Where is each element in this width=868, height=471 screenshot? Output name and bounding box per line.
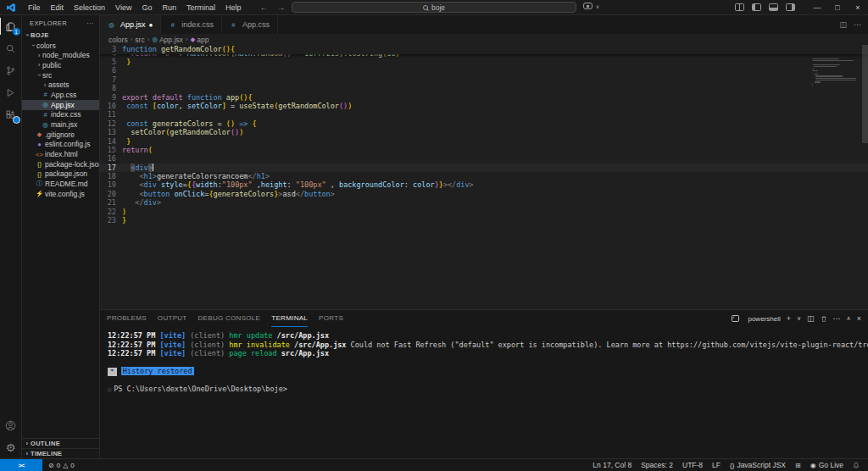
sticky-scroll-line[interactable]: 3function getRandomColor(){ [100,45,868,54]
menu-view[interactable]: View [110,0,136,14]
toggle-panel-icon[interactable] [769,3,778,11]
tab-index-css[interactable]: #index.css [161,15,222,34]
status-notifications[interactable] [853,462,860,469]
panel-tab-ports[interactable]: PORTS [319,310,343,327]
code-line-9[interactable]: 9export default function app(){ [100,93,868,102]
code-line-20[interactable]: 20 <button onClick={generateColors}>asd<… [100,190,868,198]
tree-item-package-lock-json[interactable]: {}package-lock.json [22,159,99,169]
source-control-icon[interactable] [0,59,22,81]
code-line-19[interactable]: 19 <div style={{width:"100px" ,height: "… [100,180,868,189]
tree-item-readme-md[interactable]: ⓘREADME.md [22,179,99,189]
code-line-5[interactable]: 5 } [100,58,868,66]
code-line-14[interactable]: 14 } [100,137,868,146]
status-encoding[interactable]: UTF-8 [682,461,703,469]
menu-help[interactable]: Help [220,0,247,14]
menu-go[interactable]: Go [136,0,157,14]
toggle-secondary-sidebar-icon[interactable] [786,3,795,11]
tree-item-package-json[interactable]: {}package.json [22,169,99,180]
modified-dot-icon[interactable]: ● [149,21,153,29]
breadcrumb-item-colors[interactable]: colors [108,36,128,44]
code-line-17[interactable]: 17 <div> [100,163,868,172]
timeline-section[interactable]: › TIMELINE [22,448,99,458]
tree-item-boje[interactable]: ›BOJE [22,30,99,41]
code-line-23[interactable]: 23} [100,216,868,224]
customize-layout-icon[interactable] [735,3,744,11]
terminal-output[interactable]: 12:22:57 PM [vite] (client) hmr update /… [100,327,868,458]
menu-file[interactable]: File [23,0,46,14]
explorer-icon[interactable]: 1 [0,15,22,37]
shell-label[interactable]: powershell [748,315,780,323]
status-indentation[interactable]: Spaces: 2 [641,461,673,469]
explorer-more-icon[interactable]: ··· [86,19,94,27]
forward-arrow-icon[interactable]: → [276,3,285,12]
tree-item-index-css[interactable]: #index.css [22,110,99,120]
tree-item-vite-config-js[interactable]: ⚡vite.config.js [22,189,99,199]
maximize-button[interactable]: □ [827,0,848,15]
tree-item--gitignore[interactable]: ◆.gitignore [22,130,99,140]
kill-terminal-icon[interactable] [821,315,827,323]
accounts-icon[interactable] [0,414,22,436]
status-eol[interactable]: LF [712,461,721,469]
code-line-21[interactable]: 21 </div> [100,198,868,207]
breadcrumb-item-app[interactable]: ◆app [190,36,209,44]
code-line-10[interactable]: 10 const [color, setColor] = useState(ge… [100,102,868,110]
tree-item-app-css[interactable]: #App.css [22,90,99,100]
menu-edit[interactable]: Edit [46,0,70,14]
code-line-13[interactable]: 13 setColor(getRandomColor()) [100,128,868,136]
tree-item-colors[interactable]: ›colors [22,41,99,51]
status-go-live[interactable]: ◉Go Live [810,461,843,469]
panel-tab-output[interactable]: OUTPUT [158,310,187,327]
code-line-16[interactable]: 16 [100,154,868,163]
more-actions-icon[interactable]: ⋯ [854,20,861,29]
panel-more-icon[interactable]: ⋯ [833,314,841,323]
tree-item-app-jsx[interactable]: ◎App.jsx [22,100,99,110]
breadcrumb-item-src[interactable]: src [135,36,144,44]
editor-scrollbar[interactable] [862,45,868,143]
menu-selection[interactable]: Selection [69,0,110,14]
code-line-7[interactable]: 7 [100,75,868,84]
terminal-prompt[interactable]: ○PS C:\Users\dexte\OneDrive\Desktop\boje… [108,385,868,395]
status-language-mode[interactable]: {}JavaScript JSX [730,461,786,469]
code-line-3[interactable]: 3function getRandomColor(){ [100,45,235,53]
code-area[interactable]: 4 return "#" + Math.floor(Math.random() … [100,54,868,309]
code-line-12[interactable]: 12 const generateColors = () => { [100,119,868,128]
tree-item-public[interactable]: ›public [22,60,99,70]
new-terminal-icon[interactable]: + [787,314,791,323]
maximize-panel-icon[interactable]: ∧ [847,315,851,322]
code-line-6[interactable]: 6 [100,66,868,75]
tree-item-assets[interactable]: ›assets [22,80,99,90]
panel-tab-terminal[interactable]: TERMINAL [271,310,308,327]
settings-gear-icon[interactable]: ⚙ [0,436,22,458]
tree-item-main-jsx[interactable]: ◎main.jsx [22,119,99,130]
breadcrumb-item-app-jsx[interactable]: ◎App.jsx [152,36,182,44]
close-button[interactable]: × [848,0,868,15]
terminal-dropdown-icon[interactable]: ∨ [797,315,801,322]
extensions-icon[interactable] [0,103,22,125]
tab-app-css[interactable]: #App.css [222,15,278,34]
tree-item-src[interactable]: ›src [22,70,99,80]
tree-item-node-modules[interactable]: ›node_modules [22,50,99,60]
split-terminal-icon[interactable]: ◫ [807,314,815,323]
split-editor-icon[interactable]: ◫ [839,20,847,29]
problems-status[interactable]: ⊘ 0 △ 0 [48,462,75,469]
tree-item-eslint-config-js[interactable]: ●eslint.config.js [22,140,99,150]
run-and-debug-icon[interactable] [0,81,22,103]
status-cursor-position[interactable]: Ln 17, Col 8 [593,461,632,469]
panel-tab-debug-console[interactable]: DEBUG CONSOLE [198,310,261,327]
menu-terminal[interactable]: Terminal [181,0,220,14]
menu-run[interactable]: Run [157,0,181,14]
code-line-18[interactable]: 18 <h1>generateColorsrancoem</h1> [100,172,868,180]
status-extension-grid[interactable]: ⊞ [795,462,801,469]
code-editor[interactable]: 3function getRandomColor(){ 4 return "#"… [100,45,868,309]
back-arrow-icon[interactable]: ← [259,3,268,12]
copilot-menu[interactable]: ∨ [583,3,601,9]
close-panel-icon[interactable]: × [857,314,861,323]
code-line-22[interactable]: 22) [100,208,868,216]
tree-item-index-html[interactable]: <>index.html [22,149,99,159]
code-line-8[interactable]: 8 [100,84,868,92]
code-line-11[interactable]: 11 [100,110,868,119]
remote-indicator[interactable]: >< [0,459,42,471]
tab-app-jsx[interactable]: ◎App.jsx● [100,15,161,34]
toggle-primary-sidebar-icon[interactable] [752,3,761,11]
command-center-search[interactable]: boje [292,2,576,13]
